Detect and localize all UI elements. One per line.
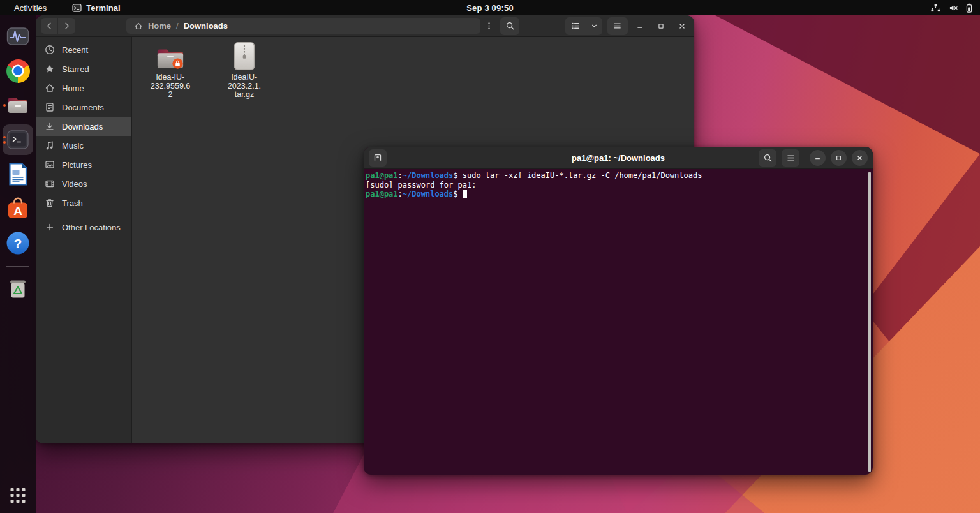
folder-locked-icon [156,41,185,70]
plus-icon [45,222,55,232]
breadcrumb-root[interactable]: Home [148,21,171,31]
files-headerbar: Home / Downloads [36,15,694,37]
audio-muted-icon [949,4,958,12]
focused-app-menu[interactable]: Terminal [72,3,120,13]
sidebar-item-videos[interactable]: Videos [36,174,131,193]
close-button[interactable] [674,18,690,34]
terminal-title: pa1@pa1: ~/Downloads [572,153,665,163]
terminal-text-segment: : [398,171,403,180]
sidebar-item-label: Downloads [62,122,103,131]
terminal-text-segment: $ [453,190,462,198]
image-icon [45,160,55,170]
sidebar-item-label: Other Locations [62,223,121,232]
close-button[interactable] [852,150,868,166]
terminal-text-segment: [sudo] password for pa1: [366,181,476,190]
chrome-icon [6,59,30,83]
trash-icon [6,276,30,301]
terminal-line: pa1@pa1:~/Downloads$ sudo tar -xzf ideaI… [366,171,864,181]
dock-item-terminal[interactable] [3,124,33,155]
battery-icon [966,3,972,13]
terminal-icon [72,4,82,12]
home-icon [45,83,55,93]
minimize-button[interactable] [810,150,826,166]
dock-item-chrome[interactable] [3,56,33,86]
dock-item-trash[interactable] [3,273,33,304]
sidebar-item-label: Home [62,84,84,93]
running-indicator [3,104,6,107]
file-item-idea-IU-232.9559.62[interactable]: idea-IU- 232.9559.6 2 [143,41,198,100]
search-button[interactable] [500,17,519,35]
terminal-line: pa1@pa1:~/Downloads$ [366,190,864,199]
terminal-text-segment: pa1@pa1 [366,190,398,198]
dock-item-libreoffice-writer[interactable] [3,159,33,190]
minimize-button[interactable] [632,18,648,34]
clock-button[interactable]: Sep 3 09:50 [466,3,514,13]
view-options-dropdown[interactable] [586,17,602,35]
libreoffice-writer-icon [6,162,30,186]
search-button[interactable] [759,149,776,167]
sidebar-item-label: Music [62,141,84,151]
maximize-button[interactable] [653,18,669,34]
top-bar: Activities Terminal Sep 3 09:50 [0,0,980,15]
dock-item-ubuntu-software[interactable]: A [3,193,33,224]
video-icon [45,179,55,189]
dock-item-files[interactable] [3,90,33,121]
file-label: idea-IU- 232.9559.6 2 [151,73,191,100]
sidebar-item-label: Documents [62,103,104,112]
terminal-icon [6,128,30,152]
svg-text:A: A [13,204,22,218]
recent-icon [45,45,55,55]
terminal-text-segment: pa1@pa1 [366,171,398,180]
files-icon [6,93,30,117]
show-applications-button[interactable] [7,484,29,507]
sidebar-item-starred[interactable]: Starred [36,59,131,78]
terminal-headerbar: pa1@pa1: ~/Downloads [364,147,873,169]
sidebar-item-label: Pictures [62,160,92,170]
star-icon [45,64,55,74]
sidebar-item-recent[interactable]: Recent [36,40,131,59]
terminal-text-segment: $ sudo tar -xzf ideaIU-*.tar.gz -C /home… [453,171,702,180]
sidebar-item-documents[interactable]: Documents [36,98,131,117]
sidebar-item-label: Trash [62,198,83,208]
menu-button[interactable] [607,17,628,35]
breadcrumb-current[interactable]: Downloads [184,21,228,31]
dock: A? [0,15,36,513]
breadcrumb[interactable]: Home / Downloads [126,18,480,34]
activities-button[interactable]: Activities [10,3,50,13]
help-icon: ? [6,231,30,255]
menu-button[interactable] [782,149,799,167]
dock-item-system-monitor[interactable] [3,21,33,52]
terminal-text-segment: : [398,190,403,198]
document-icon [45,102,55,112]
file-item-ideaIU-2023.2.1.tar.gz[interactable]: ideaIU- 2023.2.1. tar.gz [217,41,272,100]
sidebar-item-label: Starred [62,64,89,74]
terminal-scrollbar[interactable] [868,172,871,472]
sidebar-item-music[interactable]: Music [36,136,131,155]
sidebar-item-other-locations[interactable]: Other Locations [36,218,131,237]
files-sidebar: RecentStarredHomeDocumentsDownloadsMusic… [36,37,132,443]
maximize-button[interactable] [831,150,847,166]
terminal-window: pa1@pa1: ~/Downloads [364,147,873,475]
forward-button[interactable] [58,18,75,34]
system-status-area[interactable] [930,0,972,15]
sidebar-item-label: Videos [62,179,87,189]
file-label: ideaIU- 2023.2.1. tar.gz [228,73,261,100]
more-options-button[interactable] [483,18,496,34]
system-monitor-icon [6,24,30,48]
dock-item-help[interactable]: ? [3,228,33,258]
focused-app-name: Terminal [86,3,120,13]
sidebar-item-trash[interactable]: Trash [36,193,131,212]
archive-icon [234,41,255,70]
back-button[interactable] [41,18,57,34]
sidebar-item-pictures[interactable]: Pictures [36,155,131,174]
sidebar-item-home[interactable]: Home [36,78,131,98]
music-icon [45,140,55,151]
terminal-output[interactable]: pa1@pa1:~/Downloads$ sudo tar -xzf ideaI… [364,169,873,475]
network-wired-icon [930,4,941,12]
sidebar-item-downloads[interactable]: Downloads [36,117,131,136]
new-tab-button[interactable] [369,149,387,167]
terminal-text-segment: ~/Downloads [403,190,453,198]
trash-icon [45,198,55,208]
view-mode-button[interactable] [565,17,586,35]
home-icon [134,22,143,31]
